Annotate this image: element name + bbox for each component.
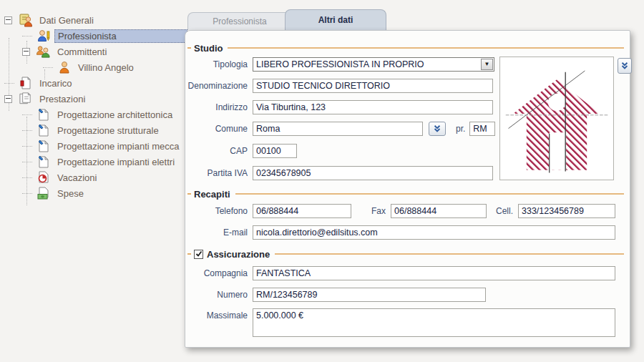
cap-label: CAP <box>185 146 253 156</box>
tree-item-label: Villino Angelo <box>75 62 137 74</box>
numero-input[interactable] <box>253 288 486 302</box>
tree-connector <box>43 67 53 68</box>
studio-section-title: Studio <box>194 43 223 54</box>
massimale-input[interactable]: 5.000.000 € <box>253 308 615 337</box>
cell-label: Cell. <box>487 206 518 216</box>
assignment-doc-icon <box>18 76 33 90</box>
tree-item-vacazioni[interactable]: Vacazioni <box>0 170 187 185</box>
collapse-minus-icon[interactable] <box>4 95 12 103</box>
tree-item-label: Dati Generali <box>36 14 97 26</box>
tree-item-label: Professionista <box>54 29 187 43</box>
tree-item-spese[interactable]: Spese <box>0 185 187 201</box>
tree-item-dati-generali[interactable]: Dati Generali <box>0 12 187 28</box>
email-label: E-mail <box>185 228 253 238</box>
telefono-label: Telefono <box>185 206 253 216</box>
fax-input[interactable] <box>391 204 487 218</box>
tree-item-label: Progettazione impianti mecca <box>54 140 182 152</box>
design-doc-icon <box>36 123 51 137</box>
tab-professionista[interactable]: Professionista <box>187 12 292 30</box>
design-doc-icon <box>36 139 51 153</box>
partita-iva-input[interactable] <box>253 166 493 180</box>
recapiti-section-header: Recapiti <box>187 188 624 200</box>
indirizzo-label: Indirizzo <box>185 102 253 112</box>
tipologia-select[interactable]: ▼ <box>253 57 494 72</box>
tree-connector <box>44 69 45 79</box>
provincia-label: pr. <box>456 124 465 134</box>
navigation-tree: Dati GeneraliProfessionistaCommittentiVi… <box>0 12 187 227</box>
house-sketch-drawing <box>503 60 610 177</box>
tab-bar: Professionista Altri dati <box>187 11 386 30</box>
clients-group-icon <box>36 44 51 59</box>
tree-item-progettazione-impianti-mecca[interactable]: Progettazione impianti mecca <box>0 138 187 154</box>
fax-label: Fax <box>351 206 391 216</box>
tree-item-incarico[interactable]: Incarico <box>0 75 187 91</box>
expenses-money-icon <box>36 186 51 200</box>
denominazione-input[interactable] <box>253 79 493 93</box>
tree-item-progettazione-impianti-elettri[interactable]: Progettazione impianti elettri <box>0 154 187 170</box>
tree-connector <box>22 36 32 36</box>
chevron-down-icon: ▼ <box>484 62 490 67</box>
partita-iva-label: Partita IVA <box>185 168 253 178</box>
tree-item-label: Incarico <box>36 77 75 89</box>
app-window: Dati GeneraliProfessionistaCommittentiVi… <box>0 0 644 362</box>
tree-connector <box>22 146 32 147</box>
professional-icon <box>36 29 51 43</box>
client-person-icon <box>57 60 72 74</box>
tree-item-label: Committenti <box>54 46 109 58</box>
assicurazione-section-title: Assicurazione <box>207 249 270 260</box>
studio-section-header: Studio <box>187 42 624 54</box>
tree-connector <box>22 114 32 115</box>
section-dash <box>187 193 191 195</box>
design-doc-icon <box>36 107 51 122</box>
tree-item-label: Progettazione architettonica <box>54 109 175 121</box>
section-dash <box>187 253 191 255</box>
general-data-icon <box>18 13 33 27</box>
tree-item-label: Spese <box>54 187 87 200</box>
tab-altri-dati[interactable]: Altri dati <box>285 9 386 30</box>
email-input[interactable] <box>253 225 615 240</box>
studio-logo-image <box>499 57 614 180</box>
recapiti-section-title: Recapiti <box>194 189 230 200</box>
tree-connector <box>22 193 32 194</box>
cell-input[interactable] <box>518 204 615 218</box>
double-chevron-down-icon <box>620 62 629 70</box>
tree-connector <box>22 162 32 162</box>
section-dash <box>187 47 191 49</box>
comune-input[interactable] <box>253 122 423 136</box>
tree-item-progettazione-architettonica[interactable]: Progettazione architettonica <box>0 107 187 122</box>
cap-input[interactable] <box>253 144 297 158</box>
denominazione-label: Denominazione <box>185 81 253 91</box>
tree-item-label: Prestazioni <box>36 93 88 105</box>
tree-item-progettazione-strutturale[interactable]: Progettazione strutturale <box>0 122 187 138</box>
tree-connector <box>26 117 27 205</box>
numero-label: Numero <box>185 290 253 300</box>
comune-lookup-button[interactable] <box>429 122 446 136</box>
compagnia-label: Compagnia <box>185 268 253 278</box>
tree-item-villino-angelo[interactable]: Villino Angelo <box>0 59 187 75</box>
time-clock-icon <box>36 170 51 185</box>
check-icon <box>195 250 203 258</box>
telefono-input[interactable] <box>253 204 351 218</box>
double-chevron-down-icon <box>433 124 441 133</box>
assicurazione-checkbox[interactable] <box>194 250 203 259</box>
tree-item-committenti[interactable]: Committenti <box>0 44 187 59</box>
tree-connector <box>22 177 32 178</box>
section-line <box>228 47 624 49</box>
indirizzo-input[interactable] <box>253 100 493 114</box>
tipologia-input[interactable] <box>253 58 480 71</box>
comune-label: Comune <box>185 124 253 134</box>
collapse-minus-icon[interactable] <box>22 48 30 56</box>
design-doc-icon <box>36 155 51 169</box>
collapse-minus-icon[interactable] <box>4 16 12 24</box>
logo-expand-button[interactable] <box>618 58 632 74</box>
tipologia-dropdown-button[interactable]: ▼ <box>481 59 493 70</box>
tree-item-label: Vacazioni <box>54 172 99 184</box>
tree-connector <box>4 83 14 84</box>
tree-item-label: Progettazione impianti elettri <box>54 156 177 168</box>
tree-item-professionista[interactable]: Professionista <box>0 28 187 44</box>
tree-item-prestazioni[interactable]: Prestazioni <box>0 91 187 107</box>
section-line <box>235 193 624 195</box>
tree-item-label: Progettazione strutturale <box>54 124 162 137</box>
compagnia-input[interactable] <box>253 266 615 280</box>
provincia-input[interactable] <box>469 122 495 136</box>
